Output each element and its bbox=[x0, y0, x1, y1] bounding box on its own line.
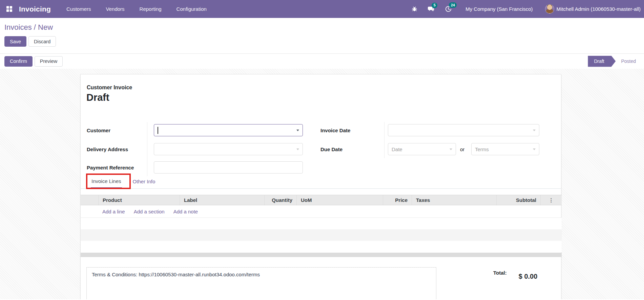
user-name: Mitchell Admin (10060530-master-all) bbox=[557, 6, 641, 12]
user-menu[interactable]: Mitchell Admin (10060530-master-all) bbox=[545, 4, 641, 14]
customer-input[interactable] bbox=[154, 124, 303, 136]
main-menu: Customers Vendors Reporting Configuratio… bbox=[66, 6, 207, 12]
company-switcher[interactable]: My Company (San Francisco) bbox=[465, 6, 533, 12]
activities-badge: 24 bbox=[449, 2, 457, 8]
avatar bbox=[545, 4, 554, 14]
col-quantity[interactable]: Quantity bbox=[264, 195, 296, 205]
invoice-date-input[interactable] bbox=[388, 124, 539, 136]
chevron-down-icon[interactable] bbox=[450, 148, 452, 150]
col-price[interactable]: Price bbox=[383, 195, 412, 205]
handle-column bbox=[81, 195, 98, 205]
optional-columns-icon[interactable]: ⋮ bbox=[549, 197, 554, 203]
add-a-section-link[interactable]: Add a section bbox=[134, 209, 165, 214]
col-subtotal[interactable]: Subtotal bbox=[496, 195, 540, 205]
activities-icon[interactable]: 24 bbox=[445, 5, 452, 13]
bug-icon[interactable] bbox=[412, 6, 417, 12]
notebook-tabs: Invoice Lines Other Info bbox=[81, 175, 561, 189]
messages-badge: 5 bbox=[432, 3, 437, 8]
col-uom[interactable]: UoM bbox=[296, 195, 383, 205]
customer-label: Customer bbox=[87, 124, 110, 136]
total-amount: $ 0.00 bbox=[519, 273, 538, 280]
apps-grid-icon[interactable] bbox=[4, 4, 14, 14]
chevron-down-icon[interactable] bbox=[533, 130, 536, 131]
add-a-note-link[interactable]: Add a note bbox=[173, 209, 198, 214]
document-state-title: Draft bbox=[86, 92, 109, 103]
app-title: Invoicing bbox=[19, 5, 51, 13]
chevron-down-icon[interactable] bbox=[296, 148, 299, 150]
tab-other-info[interactable]: Other Info bbox=[132, 175, 156, 188]
col-product[interactable]: Product bbox=[98, 195, 180, 205]
or-label: or bbox=[460, 143, 464, 155]
tab-invoice-lines[interactable]: Invoice Lines bbox=[91, 175, 122, 188]
menu-vendors[interactable]: Vendors bbox=[106, 6, 125, 12]
navbar-right: 5 24 My Company (San Francisco) Mitchell… bbox=[401, 4, 641, 14]
invoice-sheet: Customer Invoice Draft Customer Delivery… bbox=[80, 74, 561, 299]
delivery-address-input[interactable] bbox=[154, 143, 303, 155]
delivery-address-label: Delivery Address bbox=[87, 143, 128, 155]
optional-columns-cell: ⋮ bbox=[540, 195, 562, 205]
top-navbar: Invoicing Customers Vendors Reporting Co… bbox=[0, 0, 644, 18]
col-label[interactable]: Label bbox=[180, 195, 264, 205]
due-date-label: Due Date bbox=[320, 143, 342, 155]
save-button[interactable]: Save bbox=[4, 36, 26, 47]
invoice-lines-header: Product Label Quantity UoM Price Taxes S… bbox=[81, 195, 562, 205]
due-date-input[interactable]: Date bbox=[388, 143, 456, 155]
breadcrumb-separator: / bbox=[32, 23, 38, 31]
preview-button[interactable]: Preview bbox=[35, 56, 63, 67]
menu-customers[interactable]: Customers bbox=[66, 6, 91, 12]
terms-textarea[interactable]: Terms & Conditions: https://10060530-mas… bbox=[86, 267, 436, 299]
add-a-line-link[interactable]: Add a line bbox=[102, 209, 125, 214]
add-line-row: Add a line Add a section Add a note bbox=[81, 206, 562, 218]
label-field-separator-left bbox=[147, 122, 147, 176]
empty-row bbox=[81, 241, 562, 252]
payment-reference-label: Payment Reference bbox=[87, 161, 134, 174]
payment-reference-input[interactable] bbox=[154, 161, 303, 174]
menu-configuration[interactable]: Configuration bbox=[176, 6, 207, 12]
invoice-date-label: Invoice Date bbox=[320, 124, 350, 136]
chevron-down-icon[interactable] bbox=[533, 148, 536, 150]
form-statusbar: Confirm Preview Draft Posted bbox=[0, 54, 644, 69]
stage-indicator: Draft Posted bbox=[588, 56, 636, 67]
stage-draft[interactable]: Draft bbox=[588, 56, 616, 67]
empty-row bbox=[81, 218, 562, 229]
breadcrumb-invoices[interactable]: Invoices bbox=[4, 23, 32, 31]
totals-block: Total: $ 0.00 bbox=[493, 268, 537, 280]
stage-posted[interactable]: Posted bbox=[621, 59, 636, 64]
text-cursor bbox=[158, 127, 158, 134]
menu-reporting[interactable]: Reporting bbox=[140, 6, 162, 12]
discard-button[interactable]: Discard bbox=[28, 36, 56, 47]
breadcrumb: Invoices / New bbox=[4, 23, 644, 32]
confirm-button[interactable]: Confirm bbox=[4, 56, 33, 67]
chevron-down-icon[interactable] bbox=[296, 130, 299, 131]
control-panel-buttons: Save Discard bbox=[4, 36, 644, 47]
payment-terms-select[interactable]: Terms bbox=[471, 143, 539, 155]
col-taxes[interactable]: Taxes bbox=[412, 195, 496, 205]
total-label: Total: bbox=[493, 270, 507, 280]
horizontal-scrollbar[interactable] bbox=[81, 253, 562, 257]
label-field-separator-right bbox=[384, 122, 385, 158]
form-view-background: Customer Invoice Draft Customer Delivery… bbox=[0, 69, 644, 299]
messages-icon[interactable]: 5 bbox=[428, 6, 435, 13]
breadcrumb-current: New bbox=[38, 23, 53, 31]
document-type-label: Customer Invoice bbox=[87, 85, 132, 91]
empty-row bbox=[81, 229, 562, 241]
